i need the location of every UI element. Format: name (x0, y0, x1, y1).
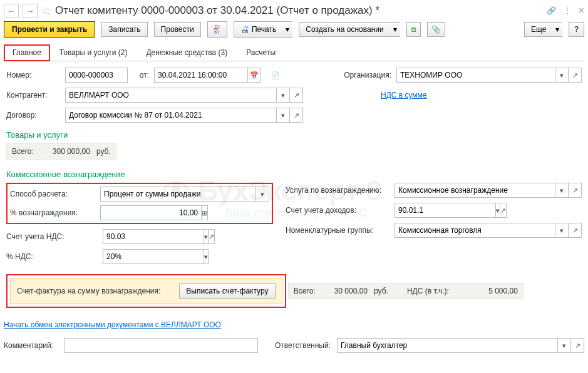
back-button[interactable]: ← (4, 4, 19, 18)
window-title: Отчет комитенту 0000-000003 от 30.04.202… (55, 4, 543, 17)
counterparty-open-icon[interactable]: ↗ (289, 88, 303, 103)
link-icon[interactable]: 🔗 (547, 6, 556, 15)
structure-button[interactable]: ⧉ (406, 22, 421, 37)
contract-dropdown-icon[interactable]: ▾ (276, 108, 290, 123)
method-dropdown-icon[interactable]: ▾ (255, 186, 269, 202)
counterparty-label: Контрагент: (6, 91, 63, 100)
vat-mode-link[interactable]: НДС в сумме (381, 91, 427, 100)
write-invoice-button[interactable]: Выписать счет-фактуру (179, 284, 275, 299)
income-account-open-icon[interactable]: ↗ (500, 203, 507, 218)
save-button[interactable]: Записать (101, 22, 147, 37)
edo-link[interactable]: Начать обмен электронными документами с … (4, 320, 221, 329)
calendar-icon[interactable]: 📅 (247, 68, 261, 83)
mode-icon[interactable]: 📄 (269, 68, 282, 83)
vat-percent-select[interactable] (103, 249, 204, 264)
printer-icon: 🖨 (240, 24, 249, 34)
percent-input[interactable] (100, 205, 202, 220)
comment-input[interactable] (64, 338, 258, 353)
contract-label: Договор: (6, 111, 63, 120)
dtkt-button[interactable]: ДтКт (207, 21, 227, 38)
service-open-icon[interactable]: ↗ (568, 183, 582, 198)
tab-goods[interactable]: Товары и услуги (2) (50, 44, 137, 61)
invoice-label: Счет-фактура на сумму вознаграждения: (17, 287, 160, 295)
vat-account-label: Счет учета НДС: (6, 232, 100, 241)
totals-currency: руб. (374, 287, 388, 295)
nom-group-dropdown-icon[interactable]: ▾ (555, 223, 569, 238)
vat-percent-label: % НДС: (6, 252, 100, 261)
post-button[interactable]: Провести (154, 22, 201, 37)
totals-vat-label: НДС (в т.ч.): (407, 287, 449, 295)
vat-account-input[interactable] (103, 229, 204, 244)
create-based-button[interactable]: Создать на основании ▾ (299, 22, 400, 37)
from-label: от: (130, 71, 149, 79)
responsible-dropdown-icon[interactable]: ▾ (557, 338, 571, 353)
counterparty-input[interactable] (65, 88, 277, 103)
favorite-icon[interactable]: ☆ (41, 4, 51, 18)
income-account-label: Счет учета доходов: (286, 206, 392, 215)
goods-total-value: 300 000,00 (53, 147, 90, 156)
counterparty-dropdown-icon[interactable]: ▾ (276, 88, 290, 103)
org-open-icon[interactable]: ↗ (568, 68, 582, 83)
forward-button[interactable]: → (23, 4, 38, 18)
method-label: Способ расчета: (10, 190, 98, 198)
help-button[interactable]: ? (569, 22, 584, 37)
commission-section-header: Комиссионное вознаграждение (6, 170, 582, 179)
date-input[interactable] (154, 68, 248, 83)
attach-button[interactable]: 📎 (427, 22, 445, 37)
totals-vat-value: 5 000,00 (468, 287, 518, 295)
org-input[interactable] (396, 68, 555, 83)
service-dropdown-icon[interactable]: ▾ (555, 183, 569, 198)
responsible-label: Ответственный: (262, 341, 331, 350)
service-input[interactable] (395, 183, 555, 198)
close-icon[interactable]: × (579, 5, 584, 16)
responsible-open-icon[interactable]: ↗ (570, 338, 584, 353)
tab-money[interactable]: Денежные средства (3) (137, 44, 237, 61)
tab-calc[interactable]: Расчеты (237, 44, 285, 61)
print-button[interactable]: 🖨Печать ▾ (234, 21, 292, 38)
income-account-input[interactable] (395, 203, 496, 218)
vat-percent-dropdown-icon[interactable]: ▾ (204, 249, 209, 264)
vat-account-open-icon[interactable]: ↗ (208, 229, 215, 244)
number-input[interactable] (65, 68, 128, 83)
responsible-input[interactable] (337, 338, 558, 353)
method-select[interactable] (100, 186, 256, 202)
goods-currency: руб. (96, 147, 111, 156)
contract-input[interactable] (65, 108, 277, 123)
tab-main[interactable]: Главное (4, 44, 50, 61)
nom-group-open-icon[interactable]: ↗ (568, 223, 582, 238)
percent-label: % вознаграждения: (10, 208, 98, 217)
org-dropdown-icon[interactable]: ▾ (555, 68, 569, 83)
nom-group-input[interactable] (395, 223, 555, 238)
goods-total-label: Всего: (12, 147, 34, 156)
more-button[interactable]: Еще ▾ (524, 22, 562, 37)
number-label: Номер: (6, 71, 63, 79)
comment-label: Комментарий: (4, 341, 60, 350)
contract-open-icon[interactable]: ↗ (289, 108, 303, 123)
percent-calc-icon[interactable]: ⊞ (201, 205, 208, 220)
service-label: Услуга по вознаграждению: (286, 186, 392, 195)
nom-group-label: Номенклатурные группы: (286, 226, 392, 235)
more-menu-icon[interactable]: ⋮ (564, 6, 571, 15)
post-and-close-button[interactable]: Провести и закрыть (4, 21, 95, 38)
goods-section-header: Товары и услуги (6, 130, 582, 140)
totals-label: Всего: (294, 287, 316, 295)
totals-value: 30 000,00 (334, 287, 368, 295)
org-label: Организация: (322, 71, 391, 79)
